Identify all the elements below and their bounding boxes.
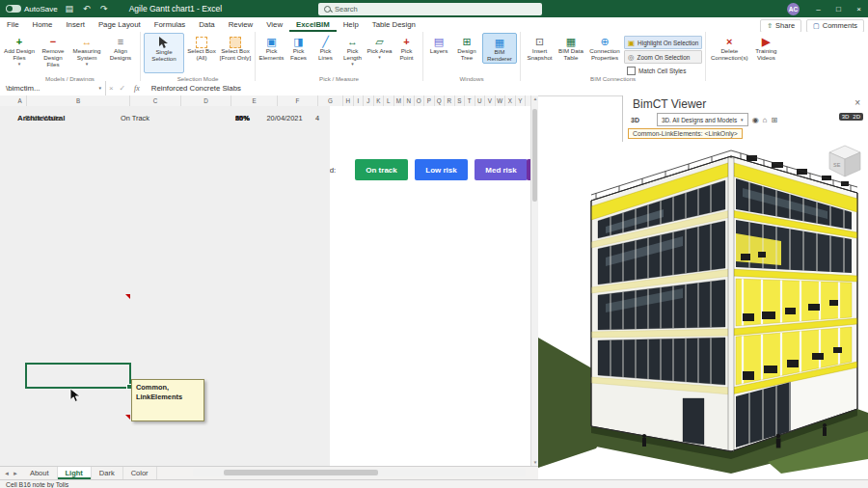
visibility-icon[interactable]: ◉	[752, 116, 759, 124]
column-header-T[interactable]: T	[465, 95, 475, 106]
column-header-A[interactable]: A	[14, 95, 27, 106]
confirm-entry-icon[interactable]: ✓	[117, 84, 129, 93]
ruler-icon: ↔	[82, 35, 93, 48]
pick-length-button[interactable]: ↔ Pick Length▾	[339, 33, 366, 67]
column-header-I[interactable]: I	[354, 95, 365, 106]
sheet-tab-dark[interactable]: Dark	[92, 467, 123, 479]
bimct-mode-label: 3D	[631, 117, 639, 123]
bimct-view-dropdown[interactable]: 3D. All Designs and Models ▾	[657, 113, 748, 126]
worksheet-grid[interactable]: PROJECT TITLE Company name Project lead …	[0, 106, 530, 466]
close-button[interactable]: ×	[850, 0, 868, 17]
column-header-M[interactable]: M	[394, 95, 405, 106]
column-header-G[interactable]: G	[318, 95, 343, 106]
tab-file[interactable]: File	[0, 17, 26, 32]
column-header-K[interactable]: K	[374, 95, 385, 106]
bimct-close-icon[interactable]: ×	[854, 97, 860, 108]
vertical-scrollbar[interactable]: ▲ ▼	[530, 95, 538, 466]
column-header-Q[interactable]: Q	[435, 95, 446, 106]
sheet-tab-about[interactable]: About	[22, 467, 58, 479]
delete-connections-button[interactable]: × Delete Connection(s)	[709, 33, 749, 62]
column-header-R[interactable]: R	[445, 95, 455, 106]
autosave-toggle[interactable]: AutoSave	[6, 5, 58, 14]
bim-renderer-button[interactable]: ▦ BIM Renderer	[482, 33, 517, 64]
sheet-nav-left-icon[interactable]: ◄	[4, 471, 10, 476]
column-header-P[interactable]: P	[424, 95, 435, 106]
grid-view-icon[interactable]: ⊞	[771, 116, 777, 124]
legend-chip[interactable]: On track	[355, 159, 408, 180]
tab-formulas[interactable]: Formulas	[148, 17, 193, 32]
align-designs-button[interactable]: ≡ Align Designs	[104, 33, 137, 62]
tab-help[interactable]: Help	[337, 17, 366, 32]
column-header-Y[interactable]: Y	[516, 95, 527, 106]
tab-excelbim[interactable]: ExcelBIM	[289, 17, 337, 32]
column-header-V[interactable]: V	[485, 95, 496, 106]
column-header-W[interactable]: W	[496, 95, 506, 106]
column-header-E[interactable]: E	[231, 95, 278, 106]
save-icon[interactable]: ▤	[64, 4, 75, 14]
sheet-tab-color[interactable]: Color	[123, 467, 157, 479]
column-header-X[interactable]: X	[505, 95, 516, 106]
column-header-O[interactable]: O	[415, 95, 425, 106]
tab-home[interactable]: Home	[26, 17, 60, 32]
pick-faces-button[interactable]: ◨ Pick Faces	[285, 33, 312, 62]
pick-elements-button[interactable]: ▣ Pick Elements	[258, 33, 285, 62]
column-header-H[interactable]: H	[343, 95, 354, 106]
view-mode-badge[interactable]: 3D2D	[839, 113, 863, 121]
design-tree-button[interactable]: ⊞ Design Tree	[452, 33, 481, 62]
bim-data-table-button[interactable]: ▦ BIM Data Table	[556, 33, 585, 62]
column-header-S[interactable]: S	[455, 95, 466, 106]
legend-chip[interactable]: Med risk	[475, 159, 528, 180]
add-design-files-button[interactable]: + Add Design Files▾	[3, 33, 36, 67]
column-header-U[interactable]: U	[475, 95, 486, 106]
tab-review[interactable]: Review	[222, 17, 260, 32]
task-start-date: 20/04/2021	[264, 106, 305, 130]
maximize-button[interactable]: □	[829, 0, 848, 17]
insert-snapshot-button[interactable]: ⊡ Insert Snapshot	[524, 33, 556, 62]
column-header-J[interactable]: J	[364, 95, 374, 106]
column-header-L[interactable]: L	[384, 95, 394, 106]
column-header-F[interactable]: F	[278, 95, 318, 106]
insert-function-button[interactable]: fx	[128, 84, 146, 93]
redo-icon[interactable]: ↷	[98, 4, 110, 14]
undo-icon[interactable]: ↶	[81, 4, 93, 14]
scroll-up-icon[interactable]: ▲	[531, 96, 539, 101]
column-header-B[interactable]: B	[27, 95, 130, 106]
share-button[interactable]: ⇧ Share	[760, 19, 801, 33]
connection-properties-button[interactable]: ⊕ Connection Properties	[586, 33, 623, 62]
home-view-icon[interactable]: ⌂	[763, 116, 768, 124]
bimct-3d-canvas[interactable]: SE	[538, 142, 868, 479]
training-videos-button[interactable]: ▶ Training Videos	[750, 33, 781, 62]
horizontal-scrollbar[interactable]	[193, 469, 526, 476]
formula-input[interactable]: Reinforced Concrete Slabs	[146, 84, 241, 93]
pick-area-button[interactable]: ▱ Pick Area▾	[366, 33, 393, 61]
column-header-C[interactable]: C	[130, 95, 181, 106]
select-box-front-only-button[interactable]: Select Box [Front Only]	[219, 33, 252, 62]
avatar[interactable]: AC	[787, 3, 800, 15]
legend-chip[interactable]: Low risk	[415, 159, 468, 180]
pick-lines-button[interactable]: ╱ Pick Lines	[312, 33, 339, 62]
vertical-scroll-thumb[interactable]	[532, 109, 537, 202]
select-box-all-button[interactable]: Select Box (All)	[185, 33, 218, 62]
sheet-nav-right-icon[interactable]: ►	[13, 471, 18, 476]
search-box[interactable]: Search	[318, 3, 542, 15]
minimize-button[interactable]: –	[809, 0, 827, 17]
horizontal-scroll-thumb[interactable]	[224, 470, 378, 475]
cancel-entry-icon[interactable]: ×	[106, 84, 117, 93]
comments-button[interactable]: ▢ Comments	[806, 19, 864, 33]
sheet-tab-light[interactable]: Light	[58, 467, 92, 479]
tab-data[interactable]: Data	[192, 17, 221, 32]
tab-view[interactable]: View	[259, 17, 289, 32]
name-box[interactable]: \bimctim... ▾	[0, 81, 106, 95]
column-header-N[interactable]: N	[404, 95, 415, 106]
single-selection-button[interactable]: Single Selection	[144, 33, 184, 73]
remove-design-files-button[interactable]: − Remove Design Files	[37, 33, 69, 68]
pick-point-button[interactable]: + Pick Point	[393, 33, 420, 62]
tab-table-design[interactable]: Table Design	[366, 17, 422, 32]
tab-insert[interactable]: Insert	[59, 17, 92, 32]
highlight-on-selection-toggle[interactable]: ▣ Highlight On Selection	[624, 36, 702, 49]
layers-button[interactable]: ▤ Layers	[426, 33, 451, 55]
measuring-system-button[interactable]: ↔ Measuring System▾	[70, 33, 103, 67]
tab-page-layout[interactable]: Page Layout	[92, 17, 148, 32]
zoom-on-selection-toggle[interactable]: ◎ Zoom On Selection	[624, 50, 702, 64]
column-header-D[interactable]: D	[181, 95, 231, 106]
